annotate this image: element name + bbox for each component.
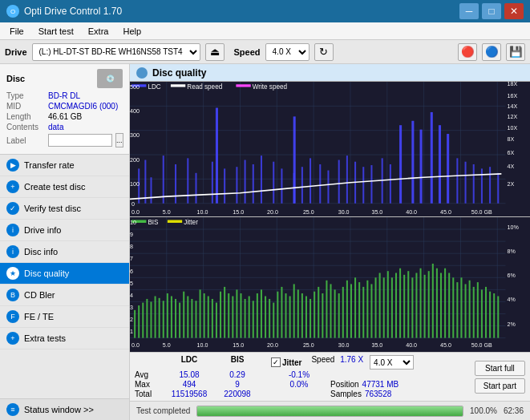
options-button2[interactable]: 🔵 bbox=[482, 43, 501, 61]
svg-text:6: 6 bbox=[130, 267, 133, 275]
svg-rect-167 bbox=[375, 277, 377, 337]
svg-rect-123 bbox=[195, 301, 196, 337]
svg-rect-118 bbox=[175, 299, 176, 338]
svg-rect-28 bbox=[273, 162, 274, 204]
svg-text:LDC: LDC bbox=[148, 82, 160, 90]
close-button[interactable]: ✕ bbox=[504, 3, 524, 19]
sidebar-item-create-test-disc[interactable]: + Create test disc bbox=[0, 176, 129, 198]
app-icon: O bbox=[6, 5, 19, 18]
minimize-button[interactable]: ─ bbox=[459, 3, 479, 19]
options-button1[interactable]: 🔴 bbox=[458, 43, 477, 61]
svg-rect-158 bbox=[338, 293, 340, 338]
svg-rect-127 bbox=[212, 299, 213, 338]
max-ldc: 494 bbox=[162, 380, 216, 389]
svg-rect-193 bbox=[481, 289, 483, 337]
svg-rect-150 bbox=[305, 296, 307, 337]
type-value: BD-R DL bbox=[48, 91, 80, 100]
svg-rect-44 bbox=[399, 125, 402, 204]
svg-text:400: 400 bbox=[130, 107, 140, 115]
sidebar-item-extra-tests[interactable]: + Extra tests bbox=[0, 328, 129, 349]
main-area: Disc 💿 Type BD-R DL MID CMCMAGDI6 (000) … bbox=[0, 64, 530, 420]
sidebar-item-drive-info[interactable]: i Drive info bbox=[0, 220, 129, 241]
save-button[interactable]: 💾 bbox=[506, 43, 525, 61]
sidebar-item-cd-bler[interactable]: B CD Bler bbox=[0, 285, 129, 306]
svg-rect-51 bbox=[465, 162, 467, 204]
svg-text:5.0: 5.0 bbox=[163, 341, 171, 349]
svg-rect-33 bbox=[319, 164, 321, 204]
svg-rect-50 bbox=[456, 158, 458, 203]
svg-text:4%: 4% bbox=[507, 296, 515, 304]
speed-select-stats[interactable]: 4.0 X bbox=[370, 355, 414, 370]
label-input[interactable] bbox=[48, 134, 112, 147]
svg-text:4X: 4X bbox=[507, 163, 514, 170]
bis-chart-svg: BIS Jitter 10 9 8 7 6 5 4 3 2 1 10% bbox=[130, 217, 530, 352]
menu-help[interactable]: Help bbox=[116, 25, 148, 38]
svg-rect-122 bbox=[191, 299, 192, 338]
speed-header-label: Speed bbox=[311, 355, 334, 364]
svg-rect-109 bbox=[138, 305, 140, 338]
menu-file[interactable]: File bbox=[3, 25, 30, 38]
label-browse-button[interactable]: ... bbox=[115, 133, 123, 147]
svg-rect-148 bbox=[297, 289, 299, 337]
verify-test-disc-label: Verify test disc bbox=[24, 204, 81, 213]
sidebar-item-verify-test-disc[interactable]: ✓ Verify test disc bbox=[0, 198, 129, 220]
svg-rect-19 bbox=[175, 164, 176, 204]
drive-select[interactable]: (L:) HL-DT-ST BD-RE WH16NS58 TST4 bbox=[32, 43, 200, 61]
transfer-rate-icon: ▶ bbox=[6, 159, 19, 172]
sidebar-item-transfer-rate[interactable]: ▶ Transfer rate bbox=[0, 155, 129, 176]
svg-rect-182 bbox=[436, 269, 438, 338]
sidebar-item-disc-info[interactable]: i Disc info bbox=[0, 241, 129, 263]
mid-label: MID bbox=[6, 102, 45, 111]
avg-jitter: -0.1% bbox=[271, 370, 327, 379]
svg-rect-53 bbox=[481, 168, 483, 203]
svg-rect-180 bbox=[428, 271, 430, 337]
svg-rect-190 bbox=[469, 281, 471, 338]
svg-text:5.0: 5.0 bbox=[163, 208, 171, 216]
svg-rect-138 bbox=[257, 293, 258, 338]
svg-rect-129 bbox=[220, 292, 221, 338]
status-section: ≡ Status window >> bbox=[0, 398, 129, 420]
svg-text:9: 9 bbox=[130, 231, 133, 239]
svg-rect-174 bbox=[403, 275, 405, 338]
svg-rect-130 bbox=[224, 287, 225, 338]
svg-rect-25 bbox=[245, 160, 246, 204]
menu-extra[interactable]: Extra bbox=[82, 25, 115, 38]
svg-rect-139 bbox=[261, 289, 262, 337]
top-chart: LDC Read speed Write speed 18X 16X 14X 1… bbox=[130, 82, 530, 216]
svg-text:500: 500 bbox=[130, 83, 140, 90]
svg-rect-142 bbox=[273, 303, 274, 338]
start-full-button[interactable]: Start full bbox=[475, 361, 525, 376]
svg-text:14X: 14X bbox=[507, 102, 517, 109]
svg-rect-52 bbox=[473, 164, 475, 204]
progress-percent: 100.0% bbox=[470, 406, 497, 415]
status-window-button[interactable]: ≡ Status window >> bbox=[0, 399, 129, 420]
svg-rect-172 bbox=[395, 273, 397, 338]
mid-value: CMCMAGDI6 (000) bbox=[48, 102, 118, 111]
refresh-button[interactable]: ↻ bbox=[314, 43, 334, 61]
svg-rect-155 bbox=[326, 281, 327, 338]
jitter-checkbox[interactable]: ✓ bbox=[271, 357, 281, 367]
svg-text:2X: 2X bbox=[507, 180, 514, 188]
speed-select[interactable]: 4.0 X bbox=[265, 43, 310, 61]
start-part-button[interactable]: Start part bbox=[475, 378, 525, 394]
svg-rect-149 bbox=[301, 293, 303, 338]
eject-button[interactable]: ⏏ bbox=[205, 43, 225, 61]
svg-text:10X: 10X bbox=[507, 123, 517, 131]
menu-start-test[interactable]: Start test bbox=[32, 25, 80, 38]
start-buttons: Start full Start part bbox=[475, 361, 525, 394]
chart-header-icon bbox=[136, 67, 148, 79]
jitter-col-header: Jitter bbox=[282, 358, 301, 367]
svg-rect-58 bbox=[171, 84, 185, 87]
maximize-button[interactable]: □ bbox=[482, 3, 501, 19]
svg-rect-41 bbox=[390, 164, 391, 204]
svg-rect-195 bbox=[489, 292, 491, 338]
max-bis: 9 bbox=[216, 380, 258, 389]
svg-rect-168 bbox=[379, 273, 381, 338]
sidebar-item-fe-te[interactable]: F FE / TE bbox=[0, 306, 129, 328]
svg-rect-128 bbox=[216, 303, 217, 338]
svg-rect-184 bbox=[444, 269, 446, 338]
svg-text:10: 10 bbox=[130, 219, 136, 227]
svg-text:6%: 6% bbox=[507, 272, 515, 280]
sidebar-item-disc-quality[interactable]: ★ Disc quality bbox=[0, 263, 129, 285]
svg-rect-200 bbox=[168, 220, 182, 222]
